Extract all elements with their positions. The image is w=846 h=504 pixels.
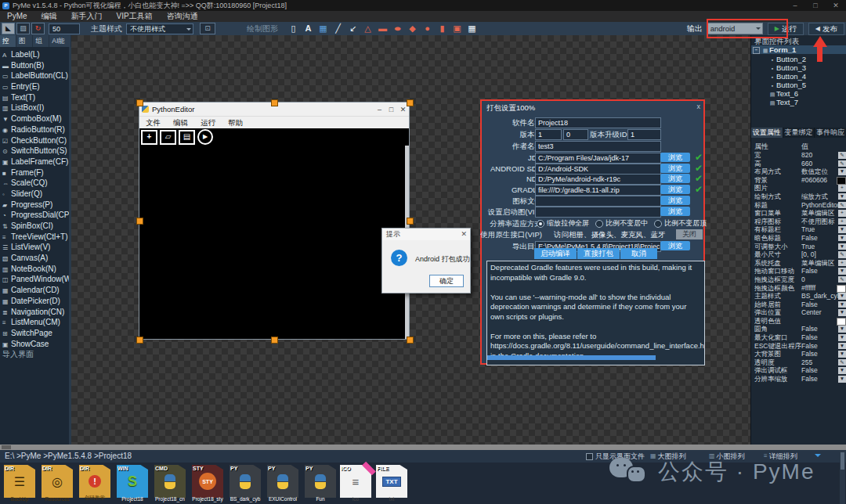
tree-item-text6[interactable]: ▤Text_6	[751, 89, 846, 98]
dropdown-icon[interactable]: ▼	[838, 268, 846, 275]
background-image-icon[interactable]: ▨	[16, 23, 30, 34]
jdk-path-input[interactable]: C:/Program Files/Java/jdk-17	[535, 153, 661, 164]
breadcrumb[interactable]: E:\ >PyMe >PyMe1.5.4.8 >Project18	[5, 450, 132, 463]
dropdown-icon[interactable]: ▼	[838, 309, 846, 316]
log-scrollbar[interactable]	[487, 355, 656, 360]
edit-icon[interactable]: ✎	[838, 152, 846, 159]
sidebar-item-switchbutton[interactable]: ⊙SwitchButton(S)	[0, 146, 71, 157]
run-icon[interactable]: ▶	[197, 129, 213, 145]
file-tile-project18[interactable]: S WIN Project18	[115, 464, 150, 503]
sidebar-item-frame[interactable]: ■Frame(F)	[0, 167, 71, 178]
tab-components[interactable]: 组件	[33, 35, 49, 47]
tree-item-button3[interactable]: ▪Button_3	[751, 63, 846, 72]
ndk-browse-button[interactable]: 浏览	[660, 174, 690, 183]
tab-ai[interactable]: AI能力	[49, 35, 71, 47]
file-tile-exuicontrol[interactable]: PY EXUIControl	[266, 464, 300, 503]
sidebar-item-checkbutton[interactable]: ☑CheckButton(C)	[0, 135, 71, 146]
sidebar-item-progressdial[interactable]: ◔ProgressDial(CP)	[0, 210, 71, 221]
editor-close-button[interactable]: ✕	[397, 106, 409, 113]
sidebar-item-radiobutton[interactable]: ◉RadioButton(R)	[0, 124, 71, 135]
upgrade-id-input[interactable]: 1	[627, 129, 661, 140]
file-tile-project18-style[interactable]: STY STY Project18_sty	[190, 464, 225, 503]
sidebar-item-labelframe[interactable]: ▣LabelFrame(CF)	[0, 157, 71, 167]
file-tile-txt[interactable]: TXT FILE txt	[374, 464, 409, 503]
text-tool-icon[interactable]: A	[301, 23, 316, 34]
dropdown-icon[interactable]: ▼	[838, 301, 846, 308]
minimize-button[interactable]: –	[785, 0, 805, 11]
start-compile-button[interactable]: 启动编译	[534, 248, 577, 259]
dropdown-icon[interactable]: ▼	[838, 326, 846, 333]
dropdown-icon[interactable]: ▼	[838, 351, 846, 358]
editor-menu-run[interactable]: 运行	[194, 117, 222, 128]
dropdown-icon[interactable]: ▼	[838, 334, 846, 341]
direct-package-button[interactable]: 直接打包	[577, 248, 620, 259]
sidebar-item-button[interactable]: ▬Button(B)	[0, 60, 71, 71]
resize-handle-e[interactable]	[407, 218, 414, 225]
dropdown-icon[interactable]: ▼	[838, 293, 846, 300]
resize-handle-sw[interactable]	[136, 337, 143, 344]
menu-pyme[interactable]: PyMe	[0, 11, 34, 22]
scrollbar-thumb[interactable]	[2, 445, 11, 449]
form-preview-window[interactable]: PythonEditor – □ ✕ 文件 编辑 运行 帮助 + ▱ ▤ ▶	[139, 102, 410, 340]
scrollbar-thumb[interactable]	[841, 452, 844, 470]
cancel-button[interactable]: 取消	[620, 248, 657, 259]
tree-item-text7[interactable]: ▤Text_7	[751, 98, 846, 106]
monitor-icon[interactable]: ⊡	[200, 23, 215, 34]
dropdown-icon[interactable]: ▼	[838, 226, 846, 233]
radio-stretch-fullscreen[interactable]: 缩放拉伸全屏	[537, 218, 589, 229]
sidebar-item-listbox[interactable]: ▥ListBox(I)	[0, 103, 71, 113]
sidebar-item-listmenu[interactable]: ≡ListMenu(CM)	[0, 317, 71, 328]
build-log-output[interactable]: Deprecated Gradle features were used in …	[486, 261, 705, 365]
tab-controls[interactable]: 控件	[0, 35, 16, 47]
menu-beginner[interactable]: 新手入门	[64, 11, 110, 22]
radio-keep-ratio-center[interactable]: 比例不变居中	[595, 218, 648, 229]
sidebar-item-entry[interactable]: ▭Entry(E)	[0, 81, 71, 92]
sidebar-item-treeview[interactable]: ≡TreeView(Ctl+T)	[0, 232, 71, 243]
file-area-scrollbar[interactable]	[840, 451, 845, 504]
file-tile-bs-dark-cyb[interactable]: PY BS_dark_cyb	[228, 464, 262, 503]
gradle-browse-button[interactable]: 浏览	[660, 185, 690, 194]
add-icon[interactable]: +	[838, 210, 846, 217]
sidebar-item-notebook[interactable]: ▥NoteBook(N)	[0, 264, 71, 275]
menu-consult[interactable]: 咨询沟通	[160, 11, 205, 22]
line-tool-icon[interactable]: ╱	[331, 23, 345, 34]
package-panel-close-icon[interactable]: x	[697, 103, 701, 110]
resize-handle-n[interactable]	[271, 99, 278, 106]
icon-file-input[interactable]	[535, 196, 661, 207]
grid-tool-icon[interactable]: ▦	[465, 23, 479, 34]
sidebar-item-scale[interactable]: ⇔Scale(CQ)	[0, 178, 71, 189]
image-tool-icon[interactable]: ▦	[316, 23, 331, 34]
maximize-button[interactable]: □	[805, 0, 826, 11]
view-dropdown-icon[interactable]	[815, 454, 821, 460]
ndk-path-input[interactable]: D:/PyMe/android-ndk-r19c	[535, 174, 661, 185]
editor-menu-edit[interactable]: 编辑	[167, 117, 194, 128]
dialog-titlebar[interactable]: 提示 ✕	[382, 229, 470, 240]
tree-item-form1[interactable]: −▦Form_1	[751, 45, 846, 54]
file-tile-project18-cmd[interactable]: CMD Project18_cn	[153, 464, 187, 503]
tab-event-response[interactable]: 事件响应	[815, 128, 846, 138]
sidebar-item-datepicker[interactable]: ▦DatePicker(D)	[0, 296, 71, 307]
resize-handle-ne[interactable]	[407, 99, 414, 106]
file-tile-fun[interactable]: PY Fun	[303, 464, 338, 503]
sidebar-item-label-l[interactable]: ALabel(L)	[0, 49, 71, 60]
ellipse-tool-icon[interactable]: ●	[385, 23, 409, 34]
sdk-browse-button[interactable]: 浏览	[660, 164, 690, 173]
edit-icon[interactable]: ✎	[838, 276, 846, 283]
file-tile-tutorial[interactable]: ! DIR 创码教学	[78, 464, 112, 503]
dropdown-icon[interactable]: ▼	[838, 243, 846, 250]
editor-menu-help[interactable]: 帮助	[222, 117, 249, 128]
native-api-dropdown[interactable]: 关闭	[676, 229, 703, 239]
dialog-ok-button[interactable]: 确定	[429, 275, 464, 287]
sidebar-item-spinbox[interactable]: ⇅SpinBox(CI)	[0, 221, 71, 232]
menu-edit[interactable]: 编辑	[34, 11, 64, 22]
tab-set-properties[interactable]: 设置属性	[751, 128, 783, 138]
triangle-tool-icon[interactable]: △	[360, 23, 375, 34]
filled-image-tool-icon[interactable]: ▣	[450, 23, 465, 34]
sidebar-item-showcase[interactable]: ▣ShowCase	[0, 339, 71, 350]
circle-tool-icon[interactable]: ●	[420, 23, 435, 34]
version-major-input[interactable]: 1	[535, 129, 562, 140]
resize-handle-se[interactable]	[407, 337, 414, 344]
file-tile-ico[interactable]: ≡ ICO ico	[338, 464, 373, 503]
file-tile-resources[interactable]: ◎ DIR Resources	[40, 464, 74, 503]
edit-icon[interactable]: ✎	[838, 202, 846, 209]
